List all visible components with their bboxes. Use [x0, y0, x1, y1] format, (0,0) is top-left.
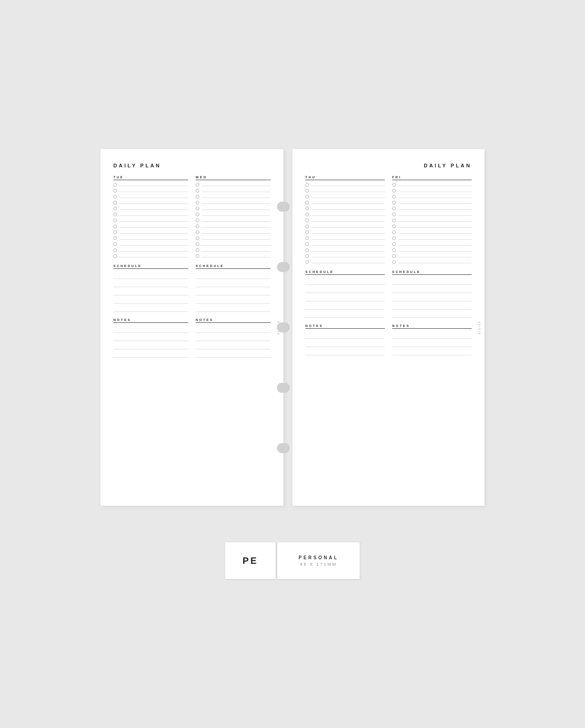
- todo-line: [202, 257, 271, 257]
- todo-item: [196, 195, 271, 198]
- todo-line: [202, 245, 271, 246]
- todo-circle: [392, 230, 396, 234]
- todo-item: [305, 230, 385, 234]
- todo-item: [113, 225, 188, 228]
- right-page-columns: THU SCHEDULE: [305, 176, 472, 356]
- right-col-fri: FRI SCHEDULE: [392, 176, 472, 356]
- schedule-line: [113, 272, 188, 279]
- todo-line: [202, 192, 271, 192]
- todo-line: [311, 215, 385, 216]
- todo-line: [398, 198, 472, 198]
- todo-circle: [113, 242, 117, 246]
- right-notes-label-col2: NOTES: [392, 324, 472, 329]
- todo-circle: [196, 236, 199, 240]
- bottom-label-container: PE PERSONAL 95 X 171MM: [225, 542, 360, 579]
- todo-line: [119, 221, 188, 222]
- binding-hole: [277, 443, 287, 453]
- todo-line: [119, 251, 188, 252]
- todo-circle: [196, 207, 199, 210]
- todo-item: [196, 248, 271, 252]
- todo-item: [305, 219, 385, 222]
- todo-line: [202, 233, 271, 234]
- todo-circle: [392, 225, 396, 228]
- todo-item: [392, 207, 472, 210]
- todo-line: [398, 239, 472, 240]
- todo-circle: [305, 201, 309, 204]
- todo-item: [305, 260, 385, 264]
- right-binding-holes: [277, 149, 287, 506]
- todo-circle: [113, 225, 117, 228]
- todo-item: [113, 183, 188, 187]
- todo-circle: [196, 183, 199, 187]
- notes-line: [113, 350, 188, 358]
- todo-circle: [113, 254, 117, 258]
- todo-line: [202, 198, 271, 198]
- right-schedule-lines-col1: [305, 278, 385, 318]
- todo-circle: [196, 219, 199, 222]
- todo-circle: [392, 219, 396, 222]
- right-schedule-label-col1: SCHEDULE: [305, 270, 385, 275]
- todo-circle: [196, 189, 199, 193]
- notes-line: [196, 342, 271, 349]
- todo-item: [196, 201, 271, 204]
- todo-circle: [305, 254, 309, 258]
- todo-circle: [305, 195, 309, 198]
- notes-line: [305, 348, 385, 355]
- left-col-tue: TUE SCHEDULE: [113, 176, 188, 359]
- todo-line: [311, 227, 385, 228]
- todo-line: [119, 198, 188, 198]
- notes-line: [305, 332, 385, 339]
- todo-item: [305, 195, 385, 198]
- schedule-line: [196, 272, 271, 279]
- label-title: PERSONAL: [298, 555, 339, 560]
- todo-circle: [305, 219, 309, 222]
- todo-circle: [392, 213, 396, 216]
- notes-line: [392, 332, 472, 339]
- todo-line: [119, 239, 188, 240]
- todo-item: [196, 183, 271, 187]
- todo-item: [392, 201, 472, 204]
- notes-line: [196, 350, 271, 358]
- todo-circle: [113, 207, 117, 210]
- todo-line: [202, 186, 271, 186]
- left-schedule-lines-col2: [196, 272, 271, 312]
- binding-hole: [277, 383, 287, 393]
- todo-circle: [196, 195, 199, 198]
- todo-item: [113, 189, 188, 193]
- schedule-line: [305, 278, 385, 285]
- schedule-line: [305, 310, 385, 318]
- todo-item: [113, 207, 188, 210]
- notes-line: [305, 340, 385, 347]
- todo-item: [305, 201, 385, 204]
- left-col-wed: WED SCHEDULE: [196, 176, 271, 359]
- todo-line: [119, 192, 188, 192]
- todo-line: [202, 215, 271, 216]
- todo-circle: [392, 201, 396, 204]
- todo-item: [392, 236, 472, 240]
- right-notes-label-col1: NOTES: [305, 324, 385, 329]
- todo-line: [311, 263, 385, 263]
- tue-label: TUE: [113, 176, 188, 180]
- thu-label: THU: [305, 176, 385, 180]
- todo-item: [392, 225, 472, 228]
- todo-item: [305, 236, 385, 240]
- todo-line: [398, 209, 472, 210]
- notes-line: [392, 340, 472, 347]
- todo-item: [113, 213, 188, 216]
- todo-line: [311, 203, 385, 204]
- todo-item: [113, 195, 188, 198]
- right-schedule-lines-col2: [392, 278, 472, 318]
- left-page-columns: TUE SCHEDULE: [113, 176, 271, 359]
- todo-line: [398, 192, 472, 192]
- schedule-line: [113, 288, 188, 295]
- todo-line: [311, 245, 385, 246]
- todo-line: [119, 227, 188, 228]
- todo-line: [311, 233, 385, 234]
- left-notes-label-col1: NOTES: [113, 318, 188, 323]
- todo-item: [113, 201, 188, 204]
- todo-circle: [196, 230, 199, 234]
- todo-circle: [305, 189, 309, 193]
- todo-circle: [113, 213, 117, 216]
- schedule-line: [113, 280, 188, 287]
- todo-item: [305, 248, 385, 252]
